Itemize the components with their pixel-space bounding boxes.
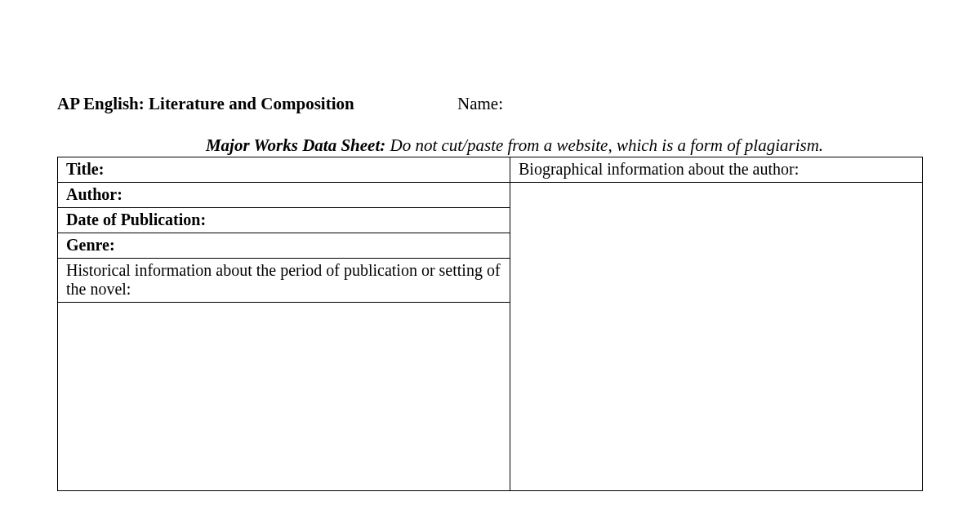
right-column: Biographical information about the autho… xyxy=(510,157,922,490)
field-historical-header: Historical information about the period … xyxy=(58,259,510,303)
field-date-publication: Date of Publication: xyxy=(58,208,510,233)
course-title: AP English: Literature and Composition xyxy=(57,94,457,114)
header-row: AP English: Literature and Composition N… xyxy=(57,94,923,114)
sheet-title-instruction: Do not cut/paste from a website, which i… xyxy=(385,135,823,155)
field-title: Title: xyxy=(58,157,510,183)
sheet-title: Major Works Data Sheet: Do not cut/paste… xyxy=(57,135,923,156)
field-historical-body xyxy=(58,303,510,490)
data-sheet-table: Title: Author: Date of Publication: Genr… xyxy=(57,157,923,491)
sheet-title-bold: Major Works Data Sheet: xyxy=(206,135,385,155)
field-biographical-header: Biographical information about the autho… xyxy=(510,157,922,183)
field-author: Author: xyxy=(58,183,510,208)
field-biographical-body xyxy=(510,183,922,490)
document-page: AP English: Literature and Composition N… xyxy=(0,0,980,491)
field-genre: Genre: xyxy=(58,233,510,259)
name-label: Name: xyxy=(457,94,503,114)
left-column: Title: Author: Date of Publication: Genr… xyxy=(58,157,510,490)
